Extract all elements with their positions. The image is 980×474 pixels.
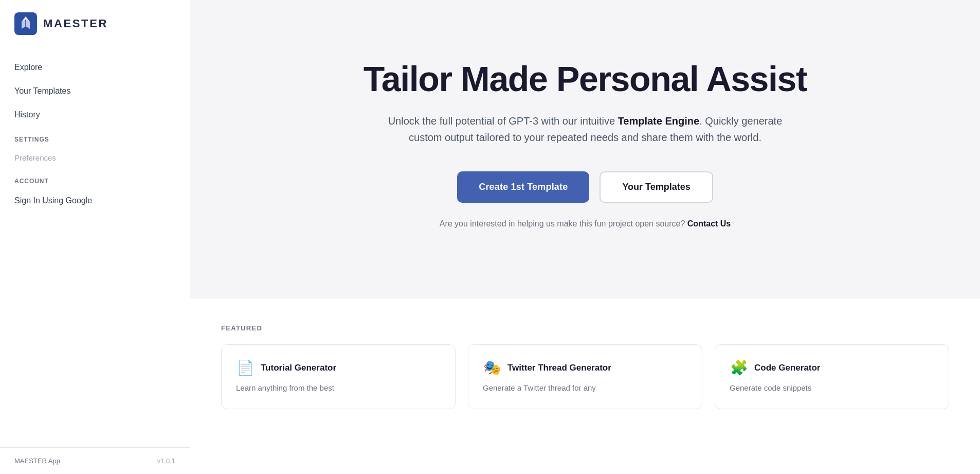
- sidebar-item-sign-in-google[interactable]: Sign In Using Google: [0, 189, 190, 213]
- hero-cta-link[interactable]: Contact Us: [687, 219, 731, 228]
- hero-subtitle-bold: Template Engine: [618, 115, 700, 127]
- app-name: MAESTER: [43, 17, 108, 30]
- settings-section-label: SETTINGS: [0, 127, 190, 147]
- main-content: Tailor Made Personal Assist Unlock the f…: [190, 0, 980, 474]
- sidebar-navigation: Explore Your Templates History SETTINGS …: [0, 47, 190, 447]
- hero-subtitle: Unlock the full potential of GPT-3 with …: [385, 113, 786, 146]
- featured-cards: 📄 Tutorial Generator Learn anything from…: [221, 344, 949, 409]
- hero-cta: Are you interested in helping us make th…: [440, 219, 731, 229]
- twitter-icon: 🎭: [483, 359, 501, 376]
- maester-logo-icon: [14, 12, 37, 35]
- sidebar-item-explore[interactable]: Explore: [0, 56, 190, 79]
- sidebar-footer: MAESTER App v1.0.1: [0, 447, 190, 474]
- card-twitter-header: 🎭 Twitter Thread Generator: [483, 359, 687, 376]
- sidebar-item-preferences[interactable]: Preferences: [0, 147, 190, 168]
- twitter-description: Generate a Twitter thread for any: [483, 382, 687, 394]
- hero-buttons: Create 1st Template Your Templates: [457, 171, 713, 203]
- hero-section: Tailor Made Personal Assist Unlock the f…: [190, 0, 980, 299]
- footer-version: v1.0.1: [157, 457, 175, 465]
- tutorial-description: Learn anything from the best: [236, 382, 441, 394]
- tutorial-icon: 📄: [236, 359, 255, 376]
- featured-section: FEATURED 📄 Tutorial Generator Learn anyt…: [190, 299, 980, 474]
- sidebar-item-history[interactable]: History: [0, 103, 190, 127]
- featured-label: FEATURED: [221, 324, 949, 332]
- hero-title: Tailor Made Personal Assist: [364, 60, 807, 98]
- code-icon: 🧩: [730, 359, 748, 376]
- create-template-button[interactable]: Create 1st Template: [457, 171, 589, 203]
- tutorial-title: Tutorial Generator: [261, 363, 336, 373]
- card-code-header: 🧩 Code Generator: [730, 359, 934, 376]
- card-tutorial-generator[interactable]: 📄 Tutorial Generator Learn anything from…: [221, 344, 456, 409]
- card-code-generator[interactable]: 🧩 Code Generator Generate code snippets: [715, 344, 949, 409]
- sidebar: MAESTER Explore Your Templates History S…: [0, 0, 190, 474]
- sidebar-logo: MAESTER: [0, 0, 190, 47]
- card-twitter-thread-generator[interactable]: 🎭 Twitter Thread Generator Generate a Tw…: [468, 344, 702, 409]
- account-section-label: ACCOUNT: [0, 168, 190, 189]
- hero-cta-text: Are you interested in helping us make th…: [440, 219, 685, 228]
- twitter-title: Twitter Thread Generator: [507, 363, 611, 373]
- code-description: Generate code snippets: [730, 382, 934, 394]
- code-title: Code Generator: [754, 363, 820, 373]
- footer-app-label: MAESTER App: [14, 457, 60, 465]
- sidebar-item-your-templates[interactable]: Your Templates: [0, 79, 190, 103]
- your-templates-button[interactable]: Your Templates: [600, 171, 713, 203]
- card-tutorial-header: 📄 Tutorial Generator: [236, 359, 441, 376]
- hero-subtitle-part1: Unlock the full potential of GPT-3 with …: [388, 115, 618, 127]
